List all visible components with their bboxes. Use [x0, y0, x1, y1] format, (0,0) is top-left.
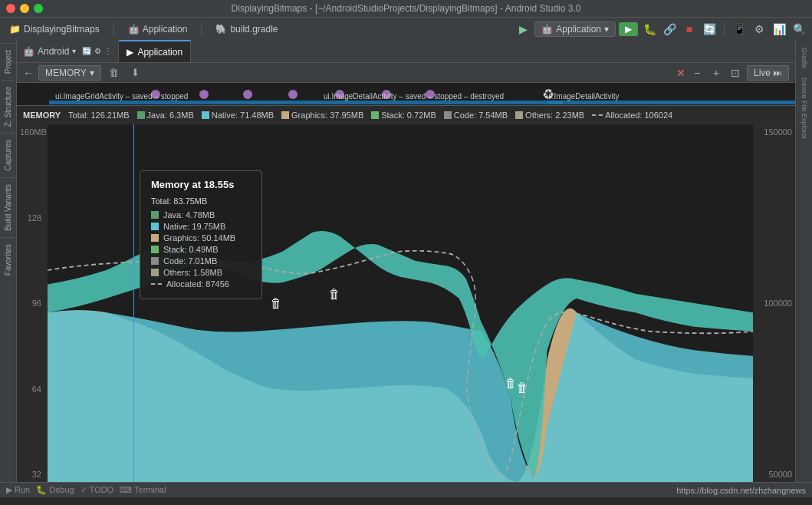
tooltip-allocated-dash: [151, 283, 162, 285]
sync-btn[interactable]: 🔄: [701, 21, 718, 38]
zoom-controls: − + ⊡: [689, 64, 744, 81]
tab-application[interactable]: ▶ Application: [119, 40, 191, 62]
android-tab[interactable]: 🤖 Android ▾ 🔄 ⚙ ⋮: [17, 40, 119, 62]
bottom-run-btn[interactable]: ▶ Run: [6, 485, 30, 495]
code-stat: Code: 7.54MB: [444, 111, 508, 120]
gradle-icon: 🐘: [215, 24, 227, 35]
project-tab[interactable]: 📁 DisplayingBitmaps: [5, 22, 104, 36]
tooltip-java-color: [151, 211, 159, 219]
allocated-stat: Allocated: 106024: [592, 111, 672, 120]
run-button[interactable]: ▶: [619, 22, 638, 36]
make-btn[interactable]: ▶: [514, 21, 531, 38]
export-btn[interactable]: ⬇: [127, 64, 144, 81]
main-area: Project Z: Structure Captures Build Vari…: [0, 40, 812, 482]
android-dropdown[interactable]: ▾: [72, 47, 76, 55]
content-panel: 🤖 Android ▾ 🔄 ⚙ ⋮ ▶ Application ← MEMORY…: [17, 40, 795, 482]
bottom-debug-btn[interactable]: 🐛 Debug: [36, 485, 74, 495]
event-dot-2: [199, 90, 209, 99]
y-right-50000: 50000: [756, 470, 792, 479]
zoom-in-btn[interactable]: +: [708, 64, 725, 81]
dropdown-arrow: ▾: [604, 24, 609, 35]
profiler-right: ✕ − + ⊡ Live ⏭: [676, 64, 789, 81]
native-color: [202, 111, 209, 119]
gradle-tab[interactable]: Gradle: [799, 43, 810, 73]
y-right-150000: 150000: [756, 127, 792, 137]
activity-bars: [49, 101, 795, 105]
tooltip-native: Native: 19.75MB: [151, 222, 251, 231]
chart-area[interactable]: 160MB 128 96 64 32 150000 100000 50000: [17, 124, 795, 482]
sidebar-item-structure[interactable]: Z: Structure: [2, 80, 15, 133]
gradle-tab[interactable]: 🐘 build.gradle: [211, 22, 282, 36]
sidebar-item-captures[interactable]: Captures: [2, 133, 15, 177]
tooltip-stack-color: [151, 246, 159, 253]
zoom-reset-btn[interactable]: ⊡: [727, 64, 744, 81]
memory-dropdown-arrow: ▾: [90, 68, 94, 78]
others-stat: Others: 2.23MB: [515, 111, 584, 120]
sdk-btn[interactable]: ⚙: [751, 21, 768, 38]
project-folder-icon: 📁: [9, 24, 21, 35]
cursor-line: [133, 124, 134, 482]
search-btn[interactable]: 🔍: [791, 21, 807, 38]
back-button[interactable]: ←: [23, 67, 34, 79]
stats-bar: MEMORY Total: 126.21MB Java: 6.3MB Nativ…: [17, 106, 795, 124]
tooltip-graphics: Graphics: 50.14MB: [151, 233, 251, 243]
tooltip-stack: Stack: 0.49MB: [151, 245, 251, 254]
activity-label-2: ui.ImageDetailActivity – saved – stopped…: [324, 92, 504, 101]
sidebar-item-favorites[interactable]: Favorites: [2, 237, 15, 282]
main-toolbar: 📁 DisplayingBitmaps 🤖 Application 🐘 buil…: [0, 17, 812, 40]
profiler-btn[interactable]: 📊: [771, 21, 787, 38]
left-sidebar: Project Z: Structure Captures Build Vari…: [0, 40, 17, 482]
y-label-32: 32: [20, 470, 44, 479]
tooltip-others: Others: 1.58MB: [151, 268, 251, 277]
y-label-128: 128: [20, 213, 44, 223]
events-row: ♻ ui.ImageGridActivity – saved – stopped…: [17, 83, 795, 106]
bottom-terminal-btn[interactable]: ⌨ Terminal: [120, 485, 166, 495]
vertical-tabs: Project Z: Structure Captures Build Vari…: [2, 43, 15, 282]
android-icon: 🤖: [23, 46, 35, 57]
toolbar-separator: [113, 22, 114, 36]
tooltip-allocated: Allocated: 87456: [151, 279, 251, 289]
config-icon: ⋮: [104, 47, 112, 55]
others-color: [515, 111, 523, 119]
activity-label-3: ui.ImageDetailActivity: [546, 92, 620, 101]
graphics-stat: Graphics: 37.95MB: [281, 111, 363, 120]
attach-btn[interactable]: 🔗: [661, 21, 678, 38]
svg-text:🗑: 🗑: [517, 381, 527, 395]
avd-btn[interactable]: 📱: [731, 21, 748, 38]
debug-btn[interactable]: 🐛: [641, 21, 658, 38]
maximize-button[interactable]: [34, 4, 43, 13]
minimize-button[interactable]: [20, 4, 29, 13]
close-button[interactable]: [6, 4, 15, 13]
next-icon: ⏭: [773, 68, 782, 78]
live-button[interactable]: Live ⏭: [747, 65, 789, 81]
bottom-todo-btn[interactable]: ✓ TODO: [81, 485, 113, 495]
tooltip-code-color: [151, 257, 159, 265]
y-axis-right: 150000 100000 50000: [753, 124, 795, 482]
y-axis-left: 160MB 128 96 64 32: [17, 124, 48, 482]
profiler-close[interactable]: ✕: [676, 67, 685, 79]
folder-icon: ▶: [127, 47, 133, 58]
activity-label-1: ui.ImageGridActivity – saved – stopped: [55, 92, 188, 101]
tooltip-total: Total: 83.75MB: [151, 196, 251, 206]
device-file-tab[interactable]: Device File Explorer: [799, 73, 810, 144]
event-dot-4: [288, 90, 298, 99]
delete-btn[interactable]: 🗑: [106, 64, 123, 81]
app-run-icon: 🤖: [541, 24, 553, 35]
profiler-nav: ← MEMORY ▾ 🗑 ⬇: [23, 64, 144, 81]
y-label-160: 160MB: [20, 127, 44, 137]
memory-title: MEMORY: [23, 111, 61, 120]
application-tab[interactable]: 🤖 Application: [123, 22, 192, 36]
toolbar-separator2: [201, 22, 202, 36]
tooltip-graphics-color: [151, 234, 159, 242]
run-config-selector[interactable]: 🤖 Application ▾: [534, 21, 616, 37]
profiler-content: ♻ ui.ImageGridActivity – saved – stopped…: [17, 83, 795, 482]
sidebar-item-build-variants[interactable]: Build Variants: [2, 177, 15, 237]
window-controls: [6, 4, 43, 13]
memory-dropdown[interactable]: MEMORY ▾: [38, 65, 101, 81]
zoom-out-btn[interactable]: −: [689, 64, 705, 81]
sidebar-item-project[interactable]: Project: [2, 43, 15, 80]
tooltip-native-color: [151, 223, 159, 230]
stop-btn[interactable]: ■: [681, 21, 698, 38]
toolbar-right: ▶ 🤖 Application ▾ ▶ 🐛 🔗 ■ 🔄 📱 ⚙ 📊 🔍: [514, 21, 807, 38]
stack-stat: Stack: 0.72MB: [371, 111, 436, 120]
